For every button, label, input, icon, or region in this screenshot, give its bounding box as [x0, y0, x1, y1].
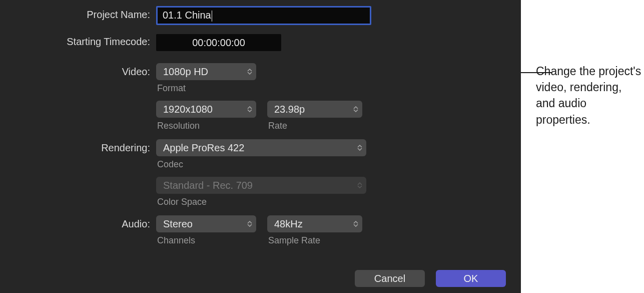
- chevron-updown-icon: [353, 106, 358, 112]
- rendering-colorspace-sublabel: Color Space: [156, 197, 366, 207]
- project-name-input[interactable]: 01.1 China: [156, 6, 371, 25]
- project-name-row: Project Name: 01.1 China: [0, 6, 521, 25]
- project-name-label: Project Name:: [0, 6, 156, 21]
- cancel-button[interactable]: Cancel: [355, 270, 425, 287]
- video-row: Video: 1080p HD Format: [0, 63, 521, 134]
- audio-channels-sublabel: Channels: [156, 235, 256, 246]
- audio-samplerate-select[interactable]: 48kHz: [267, 215, 362, 232]
- project-settings-panel: Project Name: 01.1 China Starting Timeco…: [0, 0, 521, 293]
- video-format-value: 1080p HD: [163, 66, 208, 78]
- audio-channels-value: Stereo: [163, 218, 193, 230]
- chevron-updown-icon: [247, 221, 252, 227]
- dialog-button-row: Cancel OK: [355, 270, 506, 287]
- video-rate-sublabel: Rate: [267, 121, 362, 131]
- text-cursor: [212, 11, 212, 22]
- audio-label: Audio:: [0, 215, 156, 230]
- video-resolution-sublabel: Resolution: [156, 121, 256, 131]
- starting-timecode-value: 00:00:00:00: [192, 37, 245, 49]
- starting-timecode-input[interactable]: 00:00:00:00: [156, 34, 281, 51]
- rendering-colorspace-select: Standard - Rec. 709: [156, 177, 366, 194]
- video-label: Video:: [0, 63, 156, 78]
- rendering-colorspace-value: Standard - Rec. 709: [163, 180, 253, 191]
- rendering-label: Rendering:: [0, 139, 156, 154]
- video-resolution-value: 1920x1080: [163, 104, 213, 115]
- project-name-value: 01.1 China: [163, 10, 211, 21]
- starting-timecode-row: Starting Timecode: 00:00:00:00: [0, 33, 521, 51]
- rendering-codec-select[interactable]: Apple ProRes 422: [156, 139, 366, 156]
- annotation-area: Change the project's video, rendering, a…: [521, 0, 644, 293]
- video-rate-value: 23.98p: [274, 104, 305, 115]
- audio-samplerate-sublabel: Sample Rate: [267, 235, 362, 246]
- ok-button[interactable]: OK: [436, 270, 506, 287]
- chevron-updown-icon: [247, 106, 252, 112]
- chevron-updown-icon: [357, 145, 362, 151]
- callout-text: Change the project's video, rendering, a…: [536, 63, 644, 128]
- video-format-select[interactable]: 1080p HD: [156, 63, 256, 80]
- audio-samplerate-value: 48kHz: [274, 218, 303, 230]
- rendering-codec-value: Apple ProRes 422: [163, 142, 244, 154]
- rendering-row: Rendering: Apple ProRes 422 Codec: [0, 139, 521, 210]
- video-rate-select[interactable]: 23.98p: [267, 101, 362, 118]
- audio-row: Audio: Stereo Channels 48kHz: [0, 215, 521, 249]
- chevron-updown-icon: [357, 182, 362, 188]
- rendering-codec-sublabel: Codec: [156, 159, 366, 170]
- video-format-sublabel: Format: [156, 83, 256, 94]
- audio-channels-select[interactable]: Stereo: [156, 215, 256, 232]
- video-resolution-select[interactable]: 1920x1080: [156, 101, 256, 118]
- chevron-updown-icon: [247, 69, 252, 75]
- starting-timecode-label: Starting Timecode:: [0, 33, 156, 48]
- chevron-updown-icon: [353, 221, 358, 227]
